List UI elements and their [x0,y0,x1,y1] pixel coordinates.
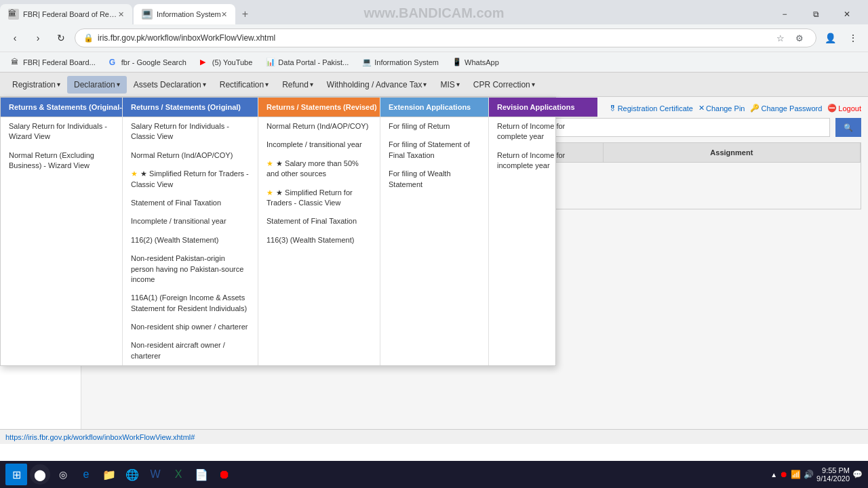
menu-withholding[interactable]: Withholding / Advance Tax ▾ [320,76,434,94]
star-icon-3: ★ [267,188,273,197]
extensions-icon[interactable]: ⚙ [791,30,808,46]
taskbar-edge-icon[interactable]: e [76,464,96,485]
bookmark-infosys[interactable]: 💻 Information System [357,56,444,68]
dropdown-item-revised-normal[interactable]: Normal Return (Ind/AOP/COY) [258,117,380,136]
taskbar-excel-icon[interactable]: X [168,464,189,485]
taskbar-pdf-icon[interactable]: 📄 [191,464,212,485]
dropdown-item-revised-incomplete[interactable]: Incomplete / transitional year [258,136,380,154]
maximize-button[interactable]: ⧉ [800,5,831,24]
col-header-revised: Returns / Statements (Revised) [258,98,380,117]
close-button[interactable]: ✕ [831,5,863,24]
tab-iris-close[interactable]: ✕ [221,10,227,19]
tab-fbr[interactable]: 🏛 FBR| Federal Board of Revenue ... ✕ [0,4,132,24]
col-header-revision: Revision Applications [489,98,597,117]
new-tab-button[interactable]: + [237,5,254,23]
dropdown-item-simplified-traders[interactable]: ★★ Simplified Return for Traders - Class… [123,165,258,194]
dropdown-item-116a1[interactable]: 116A(1) (Foreign Income & Assets Stateme… [123,289,258,318]
dropdown-item-statement-final[interactable]: Statement of Final Taxation [123,194,258,212]
change-pin-link[interactable]: ✕ Change Pin [698,104,745,113]
search-button[interactable]: 🔍 [835,118,861,137]
bookmark-infosys-label: Information System [374,58,439,66]
tray-volume-icon[interactable]: 🔊 [804,470,814,479]
tab-fbr-favicon: 🏛 [8,9,19,20]
tab-fbr-close[interactable]: ✕ [118,10,124,19]
taskbar-time-display: 9:55 PM [816,466,850,474]
menu-rectification[interactable]: Rectification ▾ [213,76,275,94]
dropdown-item-salary-classic[interactable]: Salary Return for Individuals - Classic … [123,117,258,146]
dropdown-item-revised-traders[interactable]: ★★ Simplified Return for Traders - Class… [258,184,380,213]
col-assignment: Assignment [604,143,861,162]
bookmark-dataportal-label: Data Portal - Pakist... [278,58,349,66]
withholding-arrow-icon: ▾ [423,81,427,88]
bookmark-fbr[interactable]: 🏛 FBR| Federal Board... [5,56,101,68]
dropdown-item-revised-statement[interactable]: Statement of Final Taxation [258,212,380,230]
taskbar-date-display: 9/14/2020 [816,474,850,483]
reg-cert-link[interactable]: 🎖 Registration Certificate [609,104,693,113]
key-icon: 🔑 [750,104,760,113]
dropdown-item-ext-statement[interactable]: For filing of Statement of Final Taxatio… [380,136,488,165]
tray-network-icon[interactable]: 📶 [791,470,801,479]
dropdown-col-revised: Returns / Statements (Revised) Normal Re… [258,98,380,365]
back-button[interactable]: ‹ [5,28,24,47]
bookmark-dataportal[interactable]: 📊 Data Portal - Pakist... [260,56,354,68]
menu-cpr-correction[interactable]: CPR Correction ▾ [467,76,542,94]
menu-bar: Registration ▾ Declaration ▾ Assets Decl… [0,73,868,97]
dropdown-item-ship-owner[interactable]: Non-resident ship owner / charterer [123,318,258,336]
dropdown-item-116-3[interactable]: 116(3) (Wealth Statement) [258,231,380,249]
change-password-link[interactable]: 🔑 Change Password [750,104,822,113]
taskbar-cortana-icon[interactable]: ◎ [53,464,73,485]
tab-iris-favicon: 💻 [142,9,153,20]
col-header-original-simplified: Returns & Statements (Original-Simplifie… [1,98,122,117]
dropdown-item-rev-complete[interactable]: Return of Income for complete year [489,117,597,146]
taskbar-search-icon[interactable]: ⬤ [30,464,50,485]
dropdown-item-116-2[interactable]: 116(2) (Wealth Statement) [123,231,258,249]
menu-dots-button[interactable]: ⋮ [844,28,863,47]
star-icon-2: ★ [267,159,273,167]
bookmark-youtube-favicon: ▶ [200,58,210,67]
tray-up-arrow-icon[interactable]: ▲ [770,471,777,479]
taskbar-record-icon[interactable]: ⏺ [214,464,235,485]
bookmark-star-icon[interactable]: ☆ [772,30,789,46]
bookmark-youtube[interactable]: ▶ (5) YouTube [195,56,258,68]
menu-registration[interactable]: Registration ▾ [5,76,67,94]
dropdown-item-normal-wizard[interactable]: Normal Return (Excluding Business) - Wiz… [1,146,122,176]
menu-assets-declaration[interactable]: Assets Declaration ▾ [127,76,213,94]
start-button[interactable]: ⊞ [5,464,27,485]
address-box[interactable]: 🔒 iris.fbr.gov.pk/workflow/inboxWorkFlow… [75,28,816,47]
menu-mis[interactable]: MIS ▾ [433,76,466,94]
menu-refund[interactable]: Refund ▾ [275,76,320,94]
tab-iris-label: Information System [157,10,221,18]
dropdown-item-non-resident[interactable]: Non-resident Pakistan-origin person havi… [123,249,258,289]
notification-icon[interactable]: 💬 [852,470,863,479]
bookmark-google[interactable]: G fbr - Google Search [104,56,192,68]
dropdown-item-normal-classic[interactable]: Normal Return (Ind/AOP/COY) [123,146,258,165]
bookmark-whatsapp[interactable]: 📱 WhatsApp [447,56,505,68]
dropdown-item-revised-salary-50[interactable]: ★★ Salary more than 50% and other source… [258,155,380,184]
registration-arrow-icon: ▾ [57,81,60,88]
bookmark-google-favicon: G [109,58,119,67]
minimize-button[interactable]: − [769,5,800,24]
dropdown-item-ext-wealth[interactable]: For filing of Wealth Statement [380,165,488,194]
taskbar-explorer-icon[interactable]: 📁 [99,464,119,485]
system-tray: ▲ ⏺ 📶 🔊 9:55 PM 9/14/2020 💬 [770,466,863,483]
logout-link[interactable]: ⛔ Logout [827,104,861,113]
bookmark-whatsapp-label: WhatsApp [465,58,499,66]
menu-declaration[interactable]: Declaration ▾ [67,76,127,94]
windows-icon: ⊞ [12,468,21,481]
dropdown-item-salary-wizard[interactable]: Salary Return for Individuals - Wizard V… [1,117,122,146]
dropdown-item-ext-return[interactable]: For filing of Return [380,117,488,136]
logout-icon: ⛔ [827,104,837,113]
dropdown-item-rev-incomplete[interactable]: Return of Income for incomplete year [489,146,597,176]
assets-arrow-icon: ▾ [203,81,206,88]
taskbar: ⊞ ⬤ ◎ e 📁 🌐 W X 📄 ⏺ ▲ ⏺ 📶 🔊 9:55 PM 9/14… [0,461,868,488]
dropdown-item-incomplete[interactable]: Incomplete / transitional year [123,212,258,230]
forward-button[interactable]: › [28,28,47,47]
dropdown-item-aircraft-owner[interactable]: Non-resident aircraft owner / charterer [123,336,258,365]
taskbar-chrome-icon[interactable]: 🌐 [122,464,142,485]
tab-iris[interactable]: 💻 Information System ✕ [134,4,235,24]
refresh-button[interactable]: ↻ [52,28,71,47]
profile-button[interactable]: 👤 [821,28,840,47]
dropdown-col-original: Returns / Statements (Original) Salary R… [123,98,258,365]
taskbar-word-icon[interactable]: W [145,464,165,485]
taskbar-clock[interactable]: 9:55 PM 9/14/2020 [816,466,850,483]
